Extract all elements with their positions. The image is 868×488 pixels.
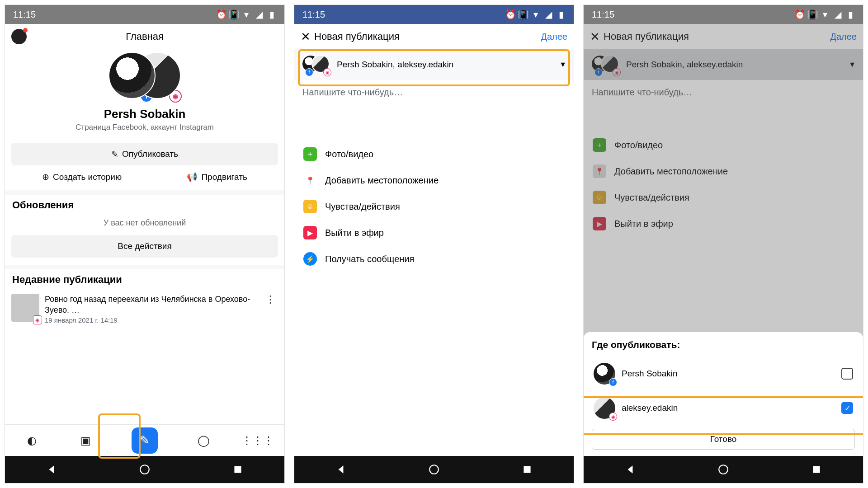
post-text: Ровно год назад переехали из Челябинска … — [45, 294, 257, 316]
instagram-badge-icon: ◉ — [323, 68, 331, 76]
vibrate-icon: 📳 — [229, 10, 238, 19]
create-story-label: Создать историю — [53, 172, 122, 182]
profile-subtitle: Страница Facebook, аккаунт Instagram — [75, 123, 214, 132]
status-time: 11:15 — [302, 9, 325, 20]
publish-button[interactable]: ✎ Опубликовать — [11, 143, 278, 165]
feeling-icon: ☺ — [303, 200, 317, 213]
opt-label: Получать сообщения — [325, 254, 414, 264]
opt-photo-video[interactable]: ＋Фото/видео — [294, 141, 574, 167]
all-actions-label: Все действия — [118, 241, 171, 251]
android-nav-bar — [5, 456, 284, 483]
header-title: Главная — [27, 31, 263, 42]
done-button[interactable]: Готово — [592, 429, 855, 450]
nav-home-icon[interactable] — [139, 464, 151, 475]
tab-apps[interactable]: ⋮⋮⋮ — [250, 433, 265, 448]
opt-location[interactable]: 📍Добавить местоположение — [294, 167, 574, 193]
svg-point-4 — [719, 465, 728, 474]
sheet-title: Где опубликовать: — [592, 339, 855, 350]
account-selector[interactable]: f ◉ Persh Sobakin, aleksey.edakin ▼ — [294, 49, 574, 80]
nav-back-icon[interactable] — [46, 464, 57, 475]
status-time: 11:15 — [13, 9, 36, 20]
svg-rect-1 — [234, 466, 241, 473]
post-thumbnail: ◉ — [11, 294, 39, 322]
facebook-badge-icon: f — [305, 68, 313, 76]
megaphone-icon: 📢 — [187, 172, 198, 182]
publish-target-ig[interactable]: ◉ aleksey.edakin ✓ — [592, 391, 855, 425]
header-avatar[interactable] — [11, 29, 27, 44]
promote-button[interactable]: 📢 Продвигать — [187, 172, 247, 182]
nav-back-icon[interactable] — [624, 464, 636, 475]
vibrate-icon: 📳 — [808, 10, 817, 19]
compose-header: ✕ Новая публикация Далее — [294, 24, 574, 49]
opt-live[interactable]: ▶Выйти в эфир — [294, 220, 574, 246]
updates-title: Обновления — [5, 195, 284, 214]
nav-recent-icon[interactable] — [232, 464, 244, 475]
edit-icon: ✎ — [111, 149, 118, 160]
no-updates-text: У вас нет обновлений — [5, 214, 284, 235]
instagram-badge-icon: ◉ — [609, 413, 617, 421]
divider — [5, 190, 284, 195]
post-menu-button[interactable]: ⋮ — [263, 294, 278, 305]
publish-target-fb[interactable]: f Persh Sobakin — [592, 357, 855, 391]
target-name: Persh Sobakin — [622, 369, 835, 379]
tab-profile[interactable]: ◐ — [24, 433, 39, 448]
android-nav-bar — [584, 456, 863, 483]
status-bar: 11:15 ⏰ 📳 ▾ ◢ ▮ — [5, 5, 284, 24]
svg-rect-5 — [813, 466, 820, 473]
nav-recent-icon[interactable] — [811, 464, 822, 475]
tab-pages[interactable]: ▣ — [78, 433, 93, 448]
nav-back-icon[interactable] — [335, 464, 347, 475]
recent-posts-title: Недавние публикации — [5, 269, 284, 288]
checkbox-checked[interactable]: ✓ — [841, 402, 853, 414]
instagram-small-icon: ◉ — [33, 315, 42, 324]
account-names: Persh Sobakin, aleksey.edakin — [337, 60, 553, 70]
plus-circle-icon: ⊕ — [42, 172, 49, 182]
opt-messages[interactable]: ⚡Получать сообщения — [294, 246, 574, 272]
opt-feeling[interactable]: ☺Чувства/действия — [294, 193, 574, 220]
photo-icon: ＋ — [303, 147, 317, 161]
opt-label: Добавить местоположение — [325, 175, 439, 186]
checkbox-unchecked[interactable] — [841, 368, 853, 380]
nav-home-icon[interactable] — [717, 464, 729, 475]
status-bar: 11:15 ⏰ 📳 ▾ ◢ ▮ — [294, 5, 574, 24]
battery-icon: ▮ — [846, 10, 855, 19]
avatar-facebook — [108, 52, 156, 99]
svg-point-0 — [140, 465, 149, 474]
nav-recent-icon[interactable] — [521, 464, 533, 475]
next-button[interactable]: Далее — [541, 32, 567, 42]
opt-label: Выйти в эфир — [325, 228, 384, 238]
status-time: 11:15 — [592, 9, 614, 20]
tab-compose-fab[interactable]: ✎ — [132, 427, 158, 454]
wifi-icon: ▾ — [242, 10, 251, 19]
notification-dot-icon — [23, 28, 28, 33]
battery-icon: ▮ — [267, 10, 276, 19]
svg-rect-3 — [524, 466, 530, 473]
signal-icon: ◢ — [544, 10, 553, 19]
svg-point-2 — [429, 465, 439, 474]
target-name: aleksey.edakin — [622, 403, 835, 413]
profile-name: Persh Sobakin — [104, 107, 186, 121]
target-avatar: f — [594, 363, 615, 385]
opt-label: Фото/видео — [325, 149, 373, 160]
post-text-block: Ровно год назад переехали из Челябинска … — [45, 294, 257, 325]
screen-new-post: 11:15 ⏰ 📳 ▾ ◢ ▮ ✕ Новая публикация Далее… — [294, 5, 574, 483]
compose-input[interactable]: Напишите что-нибудь… — [294, 80, 574, 105]
account-avatars: f ◉ — [302, 55, 330, 75]
signal-icon: ◢ — [833, 10, 842, 19]
android-nav-bar — [294, 456, 574, 483]
close-button[interactable]: ✕ — [301, 30, 314, 44]
profile-avatars[interactable]: f ◉ — [108, 52, 181, 102]
alarm-icon: ⏰ — [217, 10, 226, 19]
tab-messages[interactable]: ◯ — [196, 433, 212, 448]
all-actions-button[interactable]: Все действия — [11, 235, 278, 258]
target-avatar: ◉ — [594, 397, 615, 419]
messenger-icon: ⚡ — [303, 252, 317, 266]
nav-home-icon[interactable] — [428, 464, 440, 475]
location-icon: 📍 — [303, 174, 317, 187]
compose-options: ＋Фото/видео 📍Добавить местоположение ☺Чу… — [294, 141, 574, 272]
screen-home: 11:15 ⏰ 📳 ▾ ◢ ▮ Главная f ◉ Persh Sobaki… — [5, 5, 285, 483]
post-item[interactable]: ◉ Ровно год назад переехали из Челябинск… — [5, 288, 284, 330]
create-story-button[interactable]: ⊕ Создать историю — [42, 172, 122, 182]
alarm-icon: ⏰ — [506, 10, 515, 19]
status-bar: 11:15 ⏰ 📳 ▾ ◢ ▮ — [584, 5, 863, 24]
